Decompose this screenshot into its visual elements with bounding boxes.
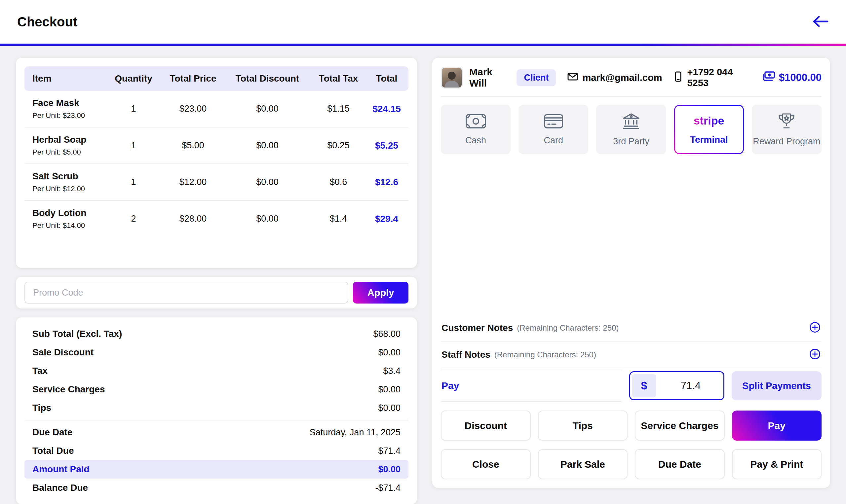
client-balance: $1000.00 xyxy=(779,72,822,84)
summary-value: $3.4 xyxy=(383,366,401,376)
payment-method-card[interactable]: Card xyxy=(518,105,588,154)
item-total-tax: $0.25 xyxy=(312,140,365,150)
client-name: Mark Will xyxy=(469,66,509,89)
credit-card-icon xyxy=(544,114,563,130)
payment-methods: Cash Card xyxy=(441,105,822,154)
pay-label-wrap: Pay xyxy=(441,370,622,402)
tips-button[interactable]: Tips xyxy=(538,411,628,440)
bank-icon xyxy=(622,113,641,131)
payment-method-terminal-selected[interactable]: stripe Terminal xyxy=(674,105,744,154)
summary-label: Service Charges xyxy=(32,384,105,395)
close-button[interactable]: Close xyxy=(441,449,531,479)
panel-spacer xyxy=(441,154,822,315)
apply-promo-button[interactable]: Apply xyxy=(353,282,408,304)
park-sale-button[interactable]: Park Sale xyxy=(538,449,628,479)
money-icon xyxy=(762,71,776,85)
payment-method-cash[interactable]: Cash xyxy=(441,105,511,154)
payment-method-3rd-party[interactable]: 3rd Party xyxy=(596,105,666,154)
actions-grid: Discount Tips Service Charges Pay Close … xyxy=(441,411,822,479)
phone-icon xyxy=(673,71,683,85)
page-title: Checkout xyxy=(17,15,77,30)
item-total-price: $23.00 xyxy=(163,104,223,114)
summary-row-subtotal: Sub Total (Excl. Tax) $68.00 xyxy=(24,325,408,343)
item-total: $24.15 xyxy=(365,104,408,114)
client-balance-group: $1000.00 xyxy=(762,71,822,85)
service-charges-button[interactable]: Service Charges xyxy=(635,411,725,440)
summary-label: Due Date xyxy=(32,427,72,438)
add-customer-note-button[interactable] xyxy=(809,321,821,334)
summary-row-tax: Tax $3.4 xyxy=(24,362,408,380)
pay-button[interactable]: Pay xyxy=(732,411,822,440)
client-row: Mark Will Client mark@gmail.com xyxy=(441,66,822,97)
item-total-price: $28.00 xyxy=(163,214,223,224)
pay-print-button[interactable]: Pay & Print xyxy=(732,449,822,479)
item-total-discount: $0.00 xyxy=(223,140,312,150)
customer-notes-label: Customer Notes xyxy=(441,323,513,333)
table-row[interactable]: Face Mask Per Unit: $23.00 1 $23.00 $0.0… xyxy=(24,91,408,127)
customer-notes-row: Customer Notes (Remaining Characters: 25… xyxy=(441,315,822,342)
client-phone: +1792 044 5253 xyxy=(687,67,750,89)
client-email: mark@gmail.com xyxy=(582,72,662,83)
item-total: $5.25 xyxy=(365,140,408,151)
item-total-tax: $1.4 xyxy=(312,214,365,224)
items-card: Item Quantity Total Price Total Discount… xyxy=(16,58,417,268)
payment-method-label: Card xyxy=(544,136,563,146)
item-name: Face Mask xyxy=(24,98,104,108)
item-total: $29.4 xyxy=(365,214,408,224)
summary-label: Tips xyxy=(32,402,51,413)
column-header-item: Item xyxy=(24,73,104,84)
staff-notes-hint: (Remaining Characters: 250) xyxy=(494,350,596,359)
column-header-total-tax: Total Tax xyxy=(312,73,365,84)
summary-value: $0.00 xyxy=(378,403,401,413)
summary-row-tips: Tips $0.00 xyxy=(24,399,408,417)
trophy-icon xyxy=(777,113,796,131)
pay-amount-row: Pay $ Split Payments xyxy=(441,370,822,402)
due-date-button[interactable]: Due Date xyxy=(635,449,725,479)
column-header-quantity: Quantity xyxy=(104,73,163,84)
table-row[interactable]: Salt Scrub Per Unit: $12.00 1 $12.00 $0.… xyxy=(24,164,408,201)
app-header: Checkout xyxy=(0,0,846,46)
summary-label: Sale Discount xyxy=(32,347,93,358)
items-table-header: Item Quantity Total Price Total Discount… xyxy=(24,66,408,91)
currency-symbol: $ xyxy=(632,374,656,397)
add-staff-note-button[interactable] xyxy=(809,348,821,361)
summary-row-balance-due: Balance Due -$71.4 xyxy=(24,479,408,497)
payment-method-reward-program[interactable]: Reward Program xyxy=(752,105,822,154)
summary-value: $71.4 xyxy=(378,446,401,456)
column-header-total-price: Total Price xyxy=(163,73,223,84)
customer-notes-hint: (Remaining Characters: 250) xyxy=(517,323,619,332)
pay-label: Pay xyxy=(441,380,459,391)
pay-amount-input[interactable] xyxy=(658,372,723,399)
summary-value: $68.00 xyxy=(373,329,401,339)
promo-code-input[interactable] xyxy=(24,282,348,304)
item-total-price: $12.00 xyxy=(163,177,223,187)
summary-row-sale-discount: Sale Discount $0.00 xyxy=(24,343,408,362)
payment-method-label: Reward Program xyxy=(753,137,820,147)
back-arrow-icon xyxy=(812,15,829,30)
payment-method-label: Cash xyxy=(465,136,486,146)
left-column: Item Quantity Total Price Total Discount… xyxy=(16,58,417,504)
summary-row-total-due: Total Due $71.4 xyxy=(24,442,408,460)
summary-label: Total Due xyxy=(32,446,74,456)
summary-value: $0.00 xyxy=(378,347,401,358)
item-total: $12.6 xyxy=(365,177,408,187)
item-name: Body Lotion xyxy=(24,208,104,218)
item-total-discount: $0.00 xyxy=(223,214,312,224)
summary-row-amount-paid: Amount Paid $0.00 xyxy=(24,460,408,479)
item-quantity: 1 xyxy=(104,104,163,114)
split-payments-button[interactable]: Split Payments xyxy=(732,371,822,400)
payment-method-label: Terminal xyxy=(690,134,728,145)
table-row[interactable]: Body Lotion Per Unit: $14.00 2 $28.00 $0… xyxy=(24,201,408,237)
client-email-group: mark@gmail.com xyxy=(567,72,662,84)
summary-label: Amount Paid xyxy=(32,464,90,474)
promo-card: Apply xyxy=(16,277,417,308)
discount-button[interactable]: Discount xyxy=(441,411,531,440)
item-name: Herbal Soap xyxy=(24,134,104,145)
summary-divider xyxy=(24,420,408,420)
payment-method-label: 3rd Party xyxy=(613,137,649,147)
item-per-unit: Per Unit: $5.00 xyxy=(24,148,104,157)
summary-row-service-charges: Service Charges $0.00 xyxy=(24,380,408,399)
back-button[interactable] xyxy=(812,15,829,30)
table-row[interactable]: Herbal Soap Per Unit: $5.00 1 $5.00 $0.0… xyxy=(24,127,408,164)
staff-notes-row: Staff Notes (Remaining Characters: 250) xyxy=(441,342,822,368)
